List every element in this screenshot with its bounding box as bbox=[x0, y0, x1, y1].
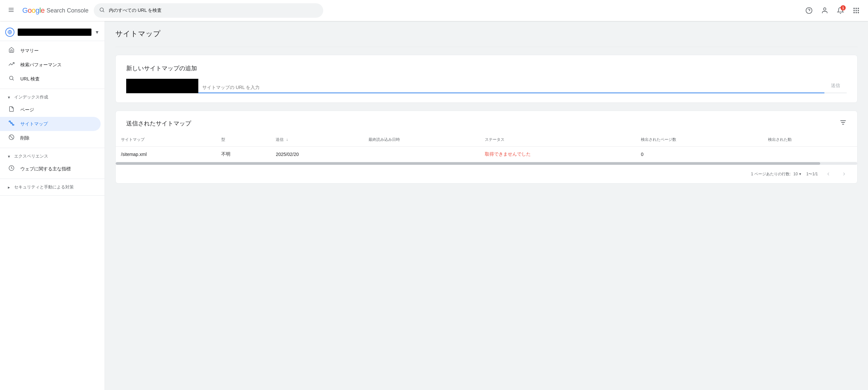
col-discovered-videos: 検出された動 bbox=[763, 133, 857, 147]
title-divider bbox=[115, 47, 858, 47]
col-sitemap: サイトマップ bbox=[116, 133, 216, 147]
table-header: サイトマップ 型 送信 ↓ 最終読み込み日時 ステータス 検出されたページ数 検… bbox=[116, 133, 857, 147]
sitemap-icon bbox=[8, 120, 15, 128]
col-submitted[interactable]: 送信 ↓ bbox=[271, 133, 363, 147]
svg-point-7 bbox=[824, 8, 826, 10]
divider-2 bbox=[0, 148, 104, 148]
section-header-security[interactable]: ▸ セキュリティと手動による対策 bbox=[0, 182, 104, 193]
trending-up-icon bbox=[8, 61, 15, 68]
svg-rect-11 bbox=[854, 10, 855, 11]
search-icon bbox=[99, 7, 105, 15]
sort-icon: ↓ bbox=[286, 137, 288, 142]
sidebar-item-removals[interactable]: 削除 bbox=[0, 131, 101, 145]
sidebar-label-summary: サマリー bbox=[20, 48, 39, 54]
app-name: Search Console bbox=[46, 7, 89, 14]
header-actions: 1 bbox=[802, 4, 863, 17]
header: Google Search Console 内のすべての URL を検査 bbox=[0, 0, 868, 21]
layout: ▼ サマリー 検索パフォーマンス bbox=[0, 21, 868, 390]
add-sitemap-card: 新しいサイトマップの追加 送信 bbox=[115, 55, 858, 103]
sidebar-item-url-inspection[interactable]: URL 検査 bbox=[0, 72, 101, 86]
svg-rect-12 bbox=[856, 10, 857, 11]
sidebar-label-pages: ページ bbox=[20, 107, 34, 113]
svg-point-3 bbox=[100, 8, 103, 11]
sidebar-item-sitemaps[interactable]: サイトマップ bbox=[0, 117, 101, 131]
search-bar[interactable]: 内のすべての URL を検査 bbox=[94, 3, 323, 18]
search-text: 内のすべての URL を検査 bbox=[109, 7, 318, 13]
chevron-right-icon: ▸ bbox=[8, 185, 10, 190]
submit-button[interactable]: 送信 bbox=[825, 79, 847, 93]
table-scrollbar[interactable] bbox=[116, 162, 857, 165]
account-button[interactable] bbox=[818, 4, 831, 17]
property-url bbox=[18, 29, 91, 36]
section-header-index[interactable]: ▾ インデックス作成 bbox=[0, 91, 104, 103]
section-label-index: インデックス作成 bbox=[14, 94, 48, 100]
divider-3 bbox=[0, 178, 104, 179]
sidebar-item-web-vitals[interactable]: ウェブに関する主な指標 bbox=[0, 162, 101, 176]
property-selector[interactable]: ▼ bbox=[0, 24, 104, 41]
add-sitemap-title: 新しいサイトマップの追加 bbox=[126, 64, 847, 72]
cell-sitemap: /sitemap.xml bbox=[116, 147, 216, 162]
col-discovered-pages: 検出されたページ数 bbox=[636, 133, 763, 147]
sidebar: ▼ サマリー 検索パフォーマンス bbox=[0, 21, 105, 390]
sidebar-item-pages[interactable]: ページ bbox=[0, 103, 101, 117]
app-logo: Google Search Console bbox=[22, 6, 89, 15]
svg-rect-22 bbox=[11, 123, 12, 124]
apps-button[interactable] bbox=[850, 4, 863, 17]
pagination-prev-button[interactable] bbox=[823, 169, 834, 179]
col-status: ステータス bbox=[479, 133, 636, 147]
sidebar-label-removals: 削除 bbox=[20, 135, 30, 141]
rows-per-page-select[interactable]: 10 ▾ bbox=[793, 172, 801, 176]
rows-per-page-label: 1 ページあたりの行数: bbox=[751, 171, 790, 177]
notification-button[interactable]: 1 bbox=[834, 4, 847, 17]
rows-per-page-value: 10 bbox=[793, 172, 798, 176]
svg-rect-14 bbox=[854, 12, 855, 13]
svg-rect-16 bbox=[858, 12, 859, 13]
divider-1 bbox=[0, 89, 104, 89]
col-type: 型 bbox=[216, 133, 271, 147]
svg-rect-10 bbox=[858, 8, 859, 9]
sidebar-label-search-performance: 検索パフォーマンス bbox=[20, 62, 62, 68]
sitemap-url-input[interactable] bbox=[202, 85, 820, 90]
menu-icon[interactable] bbox=[5, 4, 17, 18]
sitemap-url-input-wrapper[interactable] bbox=[198, 82, 825, 93]
chevron-down-icon: ▾ bbox=[8, 154, 10, 159]
submitted-sitemaps-card: 送信されたサイトマップ サイトマップ 型 bbox=[115, 111, 858, 184]
search-icon bbox=[8, 75, 15, 83]
scrollbar-thumb bbox=[116, 162, 820, 165]
sidebar-item-search-performance[interactable]: 検索パフォーマンス bbox=[0, 58, 101, 72]
table-body: /sitemap.xml 不明 2025/02/20 取得できませんでした 0 bbox=[116, 147, 857, 162]
page-title: サイトマップ bbox=[115, 29, 858, 39]
divider-4 bbox=[0, 195, 104, 196]
section-header-experience[interactable]: ▾ エクスペリエンス bbox=[0, 151, 104, 162]
section-label-experience: エクスペリエンス bbox=[14, 153, 48, 159]
svg-rect-23 bbox=[12, 124, 14, 126]
help-button[interactable] bbox=[802, 4, 815, 17]
url-prefix-masked bbox=[126, 79, 198, 93]
google-wordmark: Google bbox=[22, 6, 44, 15]
home-icon bbox=[8, 47, 15, 55]
cell-discovered-videos bbox=[763, 147, 857, 162]
chevron-down-icon: ▾ bbox=[799, 172, 801, 176]
sidebar-label-url-inspection: URL 検査 bbox=[20, 76, 40, 82]
col-last-read: 最終読み込み日時 bbox=[363, 133, 479, 147]
sidebar-item-summary[interactable]: サマリー bbox=[0, 44, 101, 58]
add-sitemap-form: 送信 bbox=[126, 79, 847, 93]
chevron-down-icon[interactable]: ▼ bbox=[95, 30, 99, 35]
filter-icon[interactable] bbox=[839, 119, 847, 128]
svg-rect-8 bbox=[854, 8, 855, 9]
sitemaps-table: サイトマップ 型 送信 ↓ 最終読み込み日時 ステータス 検出されたページ数 検… bbox=[116, 133, 857, 162]
pagination-rows-per-page: 1 ページあたりの行数: 10 ▾ bbox=[751, 171, 801, 177]
main-content: サイトマップ 新しいサイトマップの追加 送信 送信されたサイトマップ bbox=[105, 21, 868, 390]
notification-count: 1 bbox=[840, 5, 846, 10]
chevron-down-icon: ▾ bbox=[8, 95, 10, 100]
cell-discovered-pages: 0 bbox=[636, 147, 763, 162]
svg-line-24 bbox=[10, 122, 11, 122]
cell-type: 不明 bbox=[216, 147, 271, 162]
sidebar-label-sitemaps: サイトマップ bbox=[20, 121, 48, 127]
svg-rect-13 bbox=[858, 10, 859, 11]
svg-line-4 bbox=[103, 11, 104, 12]
sidebar-label-web-vitals: ウェブに関する主な指標 bbox=[20, 166, 71, 172]
svg-rect-21 bbox=[9, 121, 11, 122]
globe-icon bbox=[5, 28, 14, 37]
pagination-next-button[interactable] bbox=[839, 169, 849, 179]
